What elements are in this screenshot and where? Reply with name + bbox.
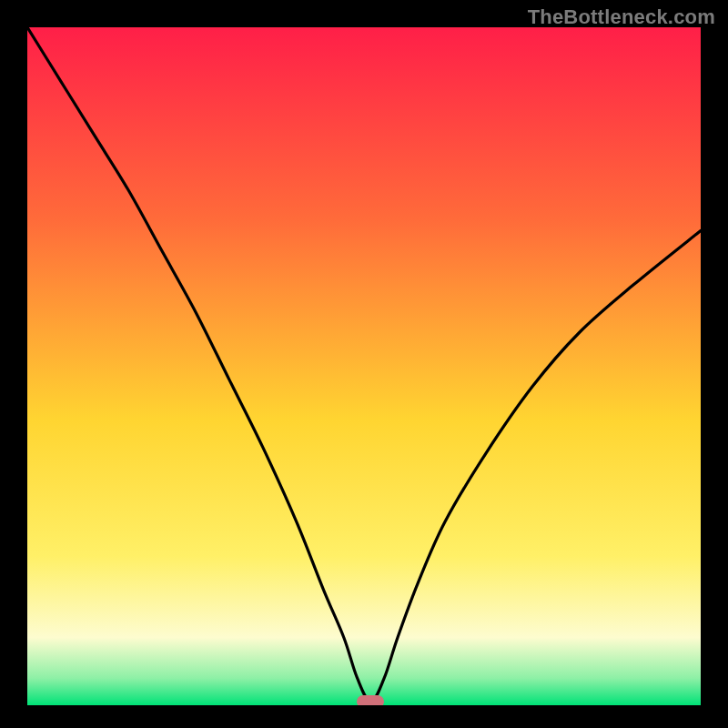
chart-frame: TheBottleneck.com	[0, 0, 728, 728]
optimal-point-marker	[357, 695, 384, 705]
watermark-text: TheBottleneck.com	[528, 5, 715, 29]
bottleneck-curve	[27, 27, 701, 705]
plot-area	[27, 27, 701, 705]
